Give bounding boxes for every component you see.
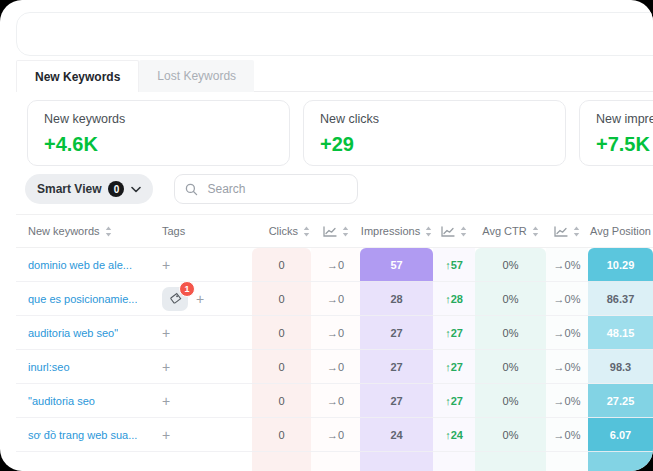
impressions-cell: 27 — [360, 350, 433, 384]
tags-cell: + — [156, 350, 252, 384]
avg-position-cell: 27.25 — [588, 384, 653, 418]
header-clicks: Clicks — [252, 215, 311, 247]
header-label: Impressions — [361, 225, 420, 237]
avg-position-cell: 98.3 — [588, 350, 653, 384]
impressions-change-cell: ↑57 — [433, 248, 475, 282]
avg-ctr-cell: 0% — [475, 418, 546, 452]
clicks-cell: 0 — [252, 316, 311, 350]
keyword-cell: que es posicionamie... — [16, 282, 156, 316]
clicks-change-cell: →0 — [311, 316, 360, 350]
impressions-cell: 57 — [360, 248, 433, 282]
header-label: Tags — [162, 225, 185, 237]
line-chart-icon[interactable] — [441, 226, 455, 237]
metric-value: +7.5K — [596, 133, 653, 156]
avg-ctr-cell: 0% — [475, 384, 546, 418]
impressions-cell: 28 — [360, 282, 433, 316]
table-body: dominio web de ale...+0→057↑570%→0%10.29… — [16, 248, 653, 471]
clicks-change-cell: →0 — [311, 282, 360, 316]
clicks-cell — [252, 452, 311, 471]
keyword-link[interactable]: sơ đồ trang web sua... — [28, 429, 137, 441]
clicks-change-cell: →0 — [311, 350, 360, 384]
metric-label: New impressions — [596, 112, 653, 126]
add-tag-button[interactable]: + — [162, 326, 170, 340]
keyword-link[interactable]: "auditoria seo — [28, 395, 95, 407]
keyword-cell: auditoria web seo" — [16, 316, 156, 350]
table-row: que es posicionamie...1+0→028↑280%→0%86.… — [16, 282, 653, 316]
impressions-cell: 27 — [360, 384, 433, 418]
avg-position-cell: 10.29 — [588, 248, 653, 282]
add-tag-button[interactable]: + — [162, 428, 170, 442]
clicks-cell: 0 — [252, 350, 311, 384]
impressions-cell — [360, 452, 433, 471]
filter-row: Smart View 0 — [25, 174, 653, 204]
clicks-change-cell: →0 — [311, 384, 360, 418]
add-tag-button[interactable]: + — [162, 360, 170, 374]
table-row: "auditoria seo+0→027↑270%→0%27.25 — [16, 384, 653, 418]
line-chart-icon[interactable] — [554, 226, 568, 237]
table-header-row: New keywords Tags Clicks Impressions — [16, 214, 653, 248]
tab-new-keywords[interactable]: New Keywords — [16, 60, 139, 92]
tags-cell: + — [156, 384, 252, 418]
sort-icon[interactable] — [105, 226, 112, 237]
tab-bar: New Keywords Lost Keywords — [16, 60, 653, 92]
clicks-change-cell — [311, 452, 360, 471]
add-tag-button[interactable]: + — [162, 394, 170, 408]
tab-lost-keywords[interactable]: Lost Keywords — [139, 60, 254, 92]
sort-icon[interactable] — [425, 226, 432, 237]
sort-icon[interactable] — [342, 226, 349, 237]
avg-ctr-cell — [475, 452, 546, 471]
ctr-change-cell: →0% — [546, 248, 588, 282]
sort-icon[interactable] — [532, 226, 539, 237]
avg-ctr-cell: 0% — [475, 248, 546, 282]
impressions-cell: 24 — [360, 418, 433, 452]
tags-cell: + — [156, 248, 252, 282]
header-label: Avg CTR — [482, 225, 526, 237]
metric-card-new-clicks: New clicks +29 — [303, 100, 566, 166]
avg-position-cell: 6.07 — [588, 418, 653, 452]
avg-ctr-cell: 0% — [475, 316, 546, 350]
line-chart-icon[interactable] — [323, 226, 337, 237]
avg-ctr-cell: 0% — [475, 282, 546, 316]
smart-view-label: Smart View — [37, 182, 101, 196]
sort-icon[interactable] — [573, 226, 580, 237]
header-impressions-trend — [433, 215, 475, 247]
table-row: inurl:seo+0→027↑270%→0%98.3 — [16, 350, 653, 384]
keyword-link[interactable]: dominio web de ale... — [28, 259, 132, 271]
impressions-change-cell: ↑24 — [433, 418, 475, 452]
avg-position-cell — [588, 452, 653, 471]
metric-label: New clicks — [320, 112, 549, 126]
impressions-change-cell: ↑28 — [433, 282, 475, 316]
table-row: dominio web de ale...+0→057↑570%→0%10.29 — [16, 248, 653, 282]
header-clicks-trend — [311, 215, 360, 247]
header-impressions: Impressions — [360, 215, 433, 247]
impressions-change-cell — [433, 452, 475, 471]
header-label: Clicks — [269, 225, 298, 237]
avg-position-cell: 86.37 — [588, 282, 653, 316]
tags-cell: + — [156, 418, 252, 452]
clicks-cell: 0 — [252, 248, 311, 282]
metric-card-new-impressions: New impressions +7.5K — [579, 100, 653, 166]
add-tag-button[interactable]: + — [162, 258, 170, 272]
ctr-change-cell: →0% — [546, 282, 588, 316]
header-label: New keywords — [28, 225, 100, 237]
table-row — [16, 452, 653, 471]
search-input[interactable] — [205, 181, 339, 197]
search-icon — [185, 183, 198, 196]
tag-chip[interactable]: 1 — [162, 287, 188, 311]
keywords-table: New keywords Tags Clicks Impressions — [16, 214, 653, 471]
sort-icon[interactable] — [460, 226, 467, 237]
metric-card-new-keywords: New keywords +4.6K — [27, 100, 290, 166]
keyword-link[interactable]: inurl:seo — [28, 361, 70, 373]
chevron-down-icon — [131, 186, 141, 193]
header-avg-ctr: Avg CTR — [475, 215, 546, 247]
smart-view-dropdown[interactable]: Smart View 0 — [25, 174, 153, 204]
impressions-change-cell: ↑27 — [433, 350, 475, 384]
toolbar-placeholder — [16, 12, 653, 56]
header-avg-position: Avg Position — [588, 215, 653, 247]
metric-cards: New keywords +4.6K New clicks +29 New im… — [27, 100, 653, 166]
sort-icon[interactable] — [303, 226, 310, 237]
keyword-link[interactable]: auditoria web seo" — [28, 327, 118, 339]
keyword-link[interactable]: que es posicionamie... — [28, 293, 137, 305]
add-tag-button[interactable]: + — [196, 292, 204, 306]
header-label: Avg Position — [590, 225, 651, 237]
